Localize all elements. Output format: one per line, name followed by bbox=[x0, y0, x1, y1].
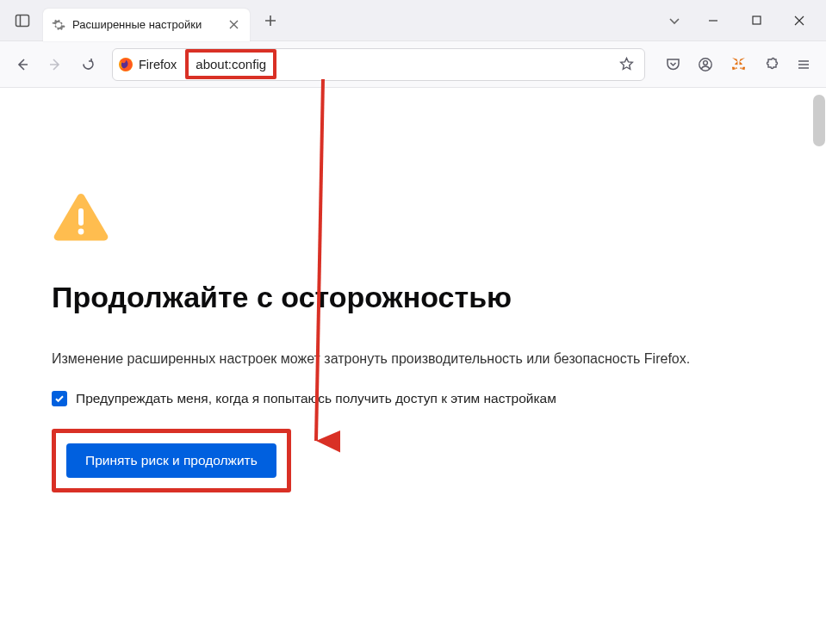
vertical-scrollbar[interactable] bbox=[813, 95, 825, 146]
arrow-left-icon bbox=[15, 57, 30, 72]
warn-checkbox[interactable] bbox=[52, 391, 67, 406]
firefox-icon bbox=[118, 57, 134, 72]
forward-button bbox=[40, 49, 71, 80]
fox-icon bbox=[730, 56, 747, 72]
hamburger-icon bbox=[797, 58, 810, 71]
url-text: about:config bbox=[185, 49, 276, 79]
svg-rect-0 bbox=[16, 15, 29, 26]
gear-icon bbox=[52, 18, 65, 32]
accept-button-highlight: Принять риск и продолжить bbox=[52, 429, 291, 492]
list-tabs-button[interactable] bbox=[659, 5, 690, 36]
checkmark-icon bbox=[54, 393, 65, 404]
identity-label: Firefox bbox=[139, 58, 177, 71]
svg-rect-7 bbox=[78, 208, 84, 226]
navigation-toolbar: Firefox about:config bbox=[0, 41, 826, 88]
account-button[interactable] bbox=[690, 49, 721, 80]
star-icon bbox=[619, 57, 634, 71]
warning-body-text: Изменение расширенных настроек может зат… bbox=[52, 349, 758, 370]
close-icon bbox=[794, 15, 804, 26]
svg-point-8 bbox=[78, 229, 84, 235]
warn-checkbox-row: Предупреждать меня, когда я попытаюсь по… bbox=[52, 391, 774, 406]
minimize-icon bbox=[708, 15, 718, 26]
new-tab-button[interactable] bbox=[257, 7, 284, 34]
pocket-button[interactable] bbox=[657, 49, 688, 80]
plus-icon bbox=[264, 15, 276, 27]
svg-rect-2 bbox=[753, 16, 761, 24]
window-close-button[interactable] bbox=[779, 3, 819, 38]
page-content: Продолжайте с осторожностью Изменение ра… bbox=[0, 88, 826, 644]
reload-icon bbox=[81, 57, 96, 71]
warning-heading: Продолжайте с осторожностью bbox=[52, 281, 774, 314]
tab-bar: Расширенные настройки bbox=[0, 0, 826, 41]
window-controls bbox=[693, 3, 819, 38]
browser-tab[interactable]: Расширенные настройки bbox=[43, 9, 250, 41]
bookmark-button[interactable] bbox=[613, 52, 639, 77]
sidebar-toggle-button[interactable] bbox=[7, 5, 38, 36]
window-minimize-button[interactable] bbox=[693, 3, 733, 38]
url-bar[interactable]: Firefox about:config bbox=[112, 48, 645, 81]
warning-icon bbox=[52, 191, 774, 246]
account-icon bbox=[698, 57, 713, 72]
chevron-down-icon bbox=[668, 15, 680, 27]
sidebar-icon bbox=[15, 13, 30, 28]
warn-checkbox-label: Предупреждать меня, когда я попытаюсь по… bbox=[76, 391, 556, 406]
reload-button[interactable] bbox=[72, 49, 103, 80]
svg-point-6 bbox=[704, 60, 708, 65]
window-maximize-button[interactable] bbox=[736, 3, 776, 38]
maximize-icon bbox=[752, 15, 761, 25]
puzzle-icon bbox=[764, 57, 779, 71]
pocket-icon bbox=[666, 57, 680, 71]
tab-title: Расширенные настройки bbox=[72, 18, 219, 31]
extensions-button[interactable] bbox=[755, 49, 786, 80]
app-menu-button[interactable] bbox=[788, 49, 819, 80]
back-button[interactable] bbox=[7, 49, 38, 80]
accept-risk-button[interactable]: Принять риск и продолжить bbox=[66, 443, 276, 478]
close-icon bbox=[229, 20, 239, 29]
arrow-right-icon bbox=[47, 57, 63, 72]
tab-close-button[interactable] bbox=[226, 17, 241, 33]
metamask-button[interactable] bbox=[723, 49, 754, 80]
